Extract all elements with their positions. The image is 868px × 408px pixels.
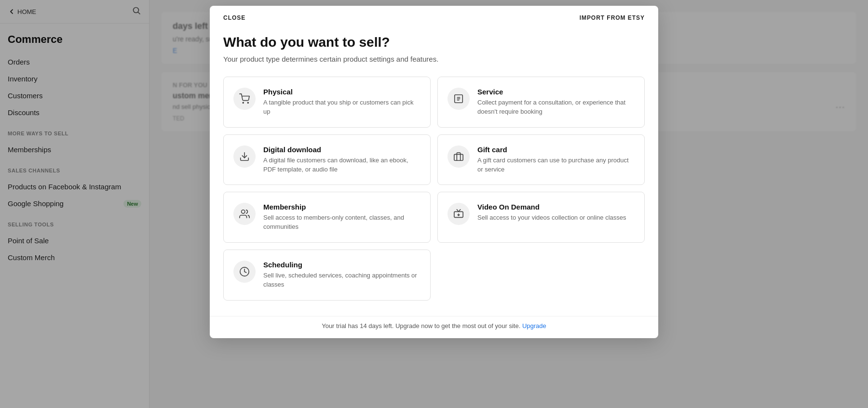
modal-overlay: CLOSE IMPORT FROM ETSY What do you want … [0, 0, 868, 408]
vod-text: Video On Demand Sell access to your vide… [477, 203, 626, 223]
service-title: Service [477, 88, 635, 96]
product-card-membership[interactable]: Membership Sell access to members-only c… [223, 192, 431, 243]
service-desc: Collect payment for a consultation, or e… [477, 98, 635, 117]
membership-text: Membership Sell access to members-only c… [263, 203, 420, 232]
product-card-digital[interactable]: Digital download A digital file customer… [223, 134, 431, 185]
upgrade-link[interactable]: Upgrade [522, 322, 546, 329]
product-card-service[interactable]: Service Collect payment for a consultati… [437, 77, 645, 128]
service-text: Service Collect payment for a consultati… [477, 88, 635, 117]
membership-desc: Sell access to members-only content, cla… [263, 213, 420, 232]
product-card-vod[interactable]: Video On Demand Sell access to your vide… [437, 192, 645, 243]
modal-subtitle: Your product type determines certain pro… [223, 55, 645, 63]
gift-card-desc: A gift card customers can use to purchas… [477, 156, 635, 174]
scheduling-desc: Sell live, scheduled services, coaching … [263, 271, 420, 290]
physical-icon [233, 88, 256, 110]
service-icon [448, 88, 470, 110]
svg-point-1 [243, 102, 244, 103]
footer-text: Your trial has 14 days left. Upgrade now… [322, 322, 520, 329]
digital-desc: A digital file customers can download, l… [263, 156, 420, 174]
product-card-gift-card[interactable]: Gift card A gift card customers can use … [437, 134, 645, 185]
svg-point-6 [242, 210, 245, 213]
scheduling-text: Scheduling Sell live, scheduled services… [263, 261, 420, 290]
digital-icon [233, 145, 256, 168]
gift-card-icon [448, 145, 470, 168]
vod-title: Video On Demand [477, 203, 626, 211]
modal-body: What do you want to sell? Your product t… [210, 21, 658, 316]
product-card-scheduling[interactable]: Scheduling Sell live, scheduled services… [223, 250, 431, 301]
modal-header: CLOSE IMPORT FROM ETSY [210, 6, 658, 21]
modal: CLOSE IMPORT FROM ETSY What do you want … [210, 6, 658, 338]
scheduling-icon [233, 261, 256, 283]
scheduling-title: Scheduling [263, 261, 420, 269]
product-card-physical[interactable]: Physical A tangible product that you shi… [223, 77, 431, 128]
modal-footer: Your trial has 14 days left. Upgrade now… [210, 316, 658, 338]
product-type-grid: Physical A tangible product that you shi… [223, 77, 645, 301]
gift-card-title: Gift card [477, 145, 635, 154]
vod-desc: Sell access to your videos collection or… [477, 213, 626, 223]
physical-text: Physical A tangible product that you shi… [263, 88, 420, 117]
close-button[interactable]: CLOSE [223, 14, 245, 21]
membership-title: Membership [263, 203, 420, 211]
vod-icon [448, 203, 470, 225]
physical-title: Physical [263, 88, 420, 96]
digital-title: Digital download [263, 145, 420, 154]
membership-icon [233, 203, 256, 225]
svg-point-2 [247, 102, 248, 103]
digital-text: Digital download A digital file customer… [263, 145, 420, 174]
modal-title: What do you want to sell? [223, 35, 645, 50]
gift-card-text: Gift card A gift card customers can use … [477, 145, 635, 174]
import-etsy-button[interactable]: IMPORT FROM ETSY [580, 14, 645, 21]
svg-rect-5 [454, 154, 463, 160]
physical-desc: A tangible product that you ship or cust… [263, 98, 420, 117]
